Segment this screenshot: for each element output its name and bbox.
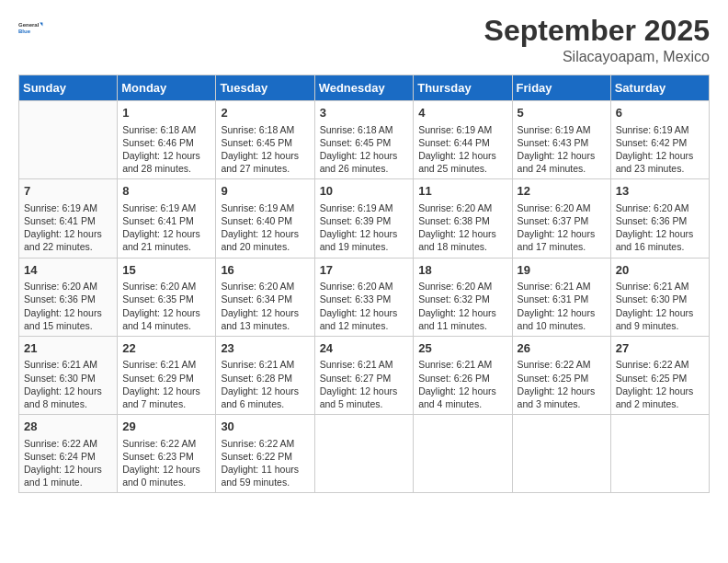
day-info: Sunset: 6:36 PM [24, 293, 112, 305]
calendar-cell: 13Sunrise: 6:20 AMSunset: 6:36 PMDayligh… [610, 179, 709, 258]
day-info: Sunset: 6:35 PM [122, 293, 210, 305]
calendar-cell: 26Sunrise: 6:22 AMSunset: 6:25 PMDayligh… [512, 336, 610, 414]
day-info: Sunset: 6:29 PM [122, 372, 210, 385]
day-info: Daylight: 12 hours and 4 minutes. [418, 385, 506, 410]
day-number: 25 [418, 340, 506, 357]
calendar-cell: 23Sunrise: 6:21 AMSunset: 6:28 PMDayligh… [216, 336, 314, 414]
calendar-cell [414, 415, 512, 493]
day-number: 16 [221, 262, 309, 279]
day-info: Sunset: 6:37 PM [518, 214, 606, 227]
calendar-cell: 21Sunrise: 6:21 AMSunset: 6:30 PMDayligh… [19, 336, 118, 414]
calendar-cell: 24Sunrise: 6:21 AMSunset: 6:27 PMDayligh… [314, 336, 414, 414]
day-number: 12 [518, 183, 606, 200]
day-info: Sunset: 6:26 PM [418, 372, 506, 385]
day-info: Daylight: 12 hours and 17 minutes. [518, 227, 606, 253]
calendar-cell: 9Sunrise: 6:19 AMSunset: 6:40 PMDaylight… [216, 179, 314, 258]
day-info: Daylight: 12 hours and 5 minutes. [320, 385, 409, 410]
day-info: Sunrise: 6:19 AM [616, 123, 704, 136]
calendar-cell: 25Sunrise: 6:21 AMSunset: 6:26 PMDayligh… [414, 336, 512, 414]
day-number: 19 [518, 262, 606, 279]
day-info: Sunset: 6:32 PM [418, 293, 506, 305]
day-info: Sunrise: 6:21 AM [122, 358, 210, 371]
calendar-cell: 3Sunrise: 6:18 AMSunset: 6:45 PMDaylight… [314, 101, 414, 179]
day-number: 21 [24, 340, 112, 357]
day-number: 13 [616, 183, 704, 200]
day-number: 28 [24, 419, 112, 435]
day-info: Daylight: 12 hours and 0 minutes. [122, 463, 210, 488]
day-info: Sunrise: 6:20 AM [122, 280, 210, 293]
day-number: 15 [122, 262, 210, 279]
day-info: Sunset: 6:44 PM [418, 136, 506, 149]
svg-text:General: General [18, 22, 40, 28]
day-info: Daylight: 12 hours and 25 minutes. [418, 149, 506, 175]
day-info: Sunrise: 6:19 AM [24, 201, 112, 214]
day-info: Sunset: 6:45 PM [320, 136, 409, 149]
day-info: Sunset: 6:27 PM [320, 372, 409, 385]
calendar-header-saturday: Saturday [610, 75, 709, 101]
day-info: Sunrise: 6:21 AM [320, 358, 409, 371]
day-number: 6 [616, 105, 704, 121]
svg-text:Blue: Blue [18, 29, 31, 34]
day-info: Sunrise: 6:19 AM [122, 201, 210, 214]
day-info: Sunset: 6:25 PM [616, 372, 704, 385]
day-info: Sunset: 6:22 PM [221, 450, 309, 463]
day-number: 20 [616, 262, 704, 279]
calendar-cell: 18Sunrise: 6:20 AMSunset: 6:32 PMDayligh… [414, 258, 512, 336]
day-info: Sunset: 6:31 PM [518, 293, 606, 305]
day-info: Sunset: 6:25 PM [518, 372, 606, 385]
calendar-cell: 14Sunrise: 6:20 AMSunset: 6:36 PMDayligh… [19, 258, 118, 336]
day-number: 26 [518, 340, 606, 357]
day-number: 9 [221, 183, 309, 200]
day-info: Daylight: 12 hours and 10 minutes. [518, 306, 606, 332]
day-number: 17 [320, 262, 409, 279]
week-row-4: 21Sunrise: 6:21 AMSunset: 6:30 PMDayligh… [19, 336, 710, 414]
day-info: Sunset: 6:23 PM [122, 450, 210, 463]
calendar-cell [512, 415, 610, 493]
calendar: SundayMondayTuesdayWednesdayThursdayFrid… [18, 75, 710, 493]
day-info: Sunset: 6:46 PM [122, 136, 210, 149]
logo: GeneralBlue [18, 15, 48, 40]
day-info: Daylight: 12 hours and 28 minutes. [122, 149, 210, 175]
day-info: Sunset: 6:30 PM [24, 372, 112, 385]
day-info: Sunrise: 6:18 AM [320, 123, 409, 136]
day-info: Sunset: 6:34 PM [221, 293, 309, 305]
calendar-cell [314, 415, 414, 493]
day-info: Sunrise: 6:20 AM [616, 201, 704, 214]
calendar-cell: 10Sunrise: 6:19 AMSunset: 6:39 PMDayligh… [314, 179, 414, 258]
day-info: Sunrise: 6:18 AM [122, 123, 210, 136]
day-info: Daylight: 12 hours and 11 minutes. [418, 306, 506, 332]
day-info: Daylight: 12 hours and 24 minutes. [518, 149, 606, 175]
day-info: Daylight: 12 hours and 19 minutes. [320, 227, 409, 253]
calendar-cell [19, 101, 118, 179]
calendar-cell: 15Sunrise: 6:20 AMSunset: 6:35 PMDayligh… [118, 258, 216, 336]
day-info: Sunset: 6:39 PM [320, 214, 409, 227]
calendar-cell: 7Sunrise: 6:19 AMSunset: 6:41 PMDaylight… [19, 179, 118, 258]
day-info: Sunrise: 6:21 AM [518, 280, 606, 293]
day-number: 30 [221, 419, 309, 435]
day-info: Sunrise: 6:21 AM [616, 280, 704, 293]
day-number: 23 [221, 340, 309, 357]
week-row-1: 1Sunrise: 6:18 AMSunset: 6:46 PMDaylight… [19, 101, 710, 179]
day-number: 18 [418, 262, 506, 279]
calendar-cell: 17Sunrise: 6:20 AMSunset: 6:33 PMDayligh… [314, 258, 414, 336]
calendar-cell: 8Sunrise: 6:19 AMSunset: 6:41 PMDaylight… [118, 179, 216, 258]
day-number: 2 [221, 105, 309, 121]
day-info: Daylight: 12 hours and 23 minutes. [616, 149, 704, 175]
location-title: Silacayoapam, Mexico [484, 49, 710, 65]
week-row-3: 14Sunrise: 6:20 AMSunset: 6:36 PMDayligh… [19, 258, 710, 336]
day-info: Sunrise: 6:20 AM [418, 280, 506, 293]
day-info: Daylight: 12 hours and 1 minute. [24, 463, 112, 488]
day-info: Sunrise: 6:21 AM [418, 358, 506, 371]
calendar-cell: 28Sunrise: 6:22 AMSunset: 6:24 PMDayligh… [19, 415, 118, 493]
calendar-cell: 12Sunrise: 6:20 AMSunset: 6:37 PMDayligh… [512, 179, 610, 258]
day-info: Sunrise: 6:20 AM [418, 201, 506, 214]
day-info: Daylight: 12 hours and 12 minutes. [320, 306, 409, 332]
day-info: Sunset: 6:42 PM [616, 136, 704, 149]
svg-marker-2 [40, 22, 42, 26]
day-number: 29 [122, 419, 210, 435]
day-number: 11 [418, 183, 506, 200]
day-number: 22 [122, 340, 210, 357]
day-number: 24 [320, 340, 409, 357]
day-info: Sunset: 6:38 PM [418, 214, 506, 227]
day-number: 1 [122, 105, 210, 121]
